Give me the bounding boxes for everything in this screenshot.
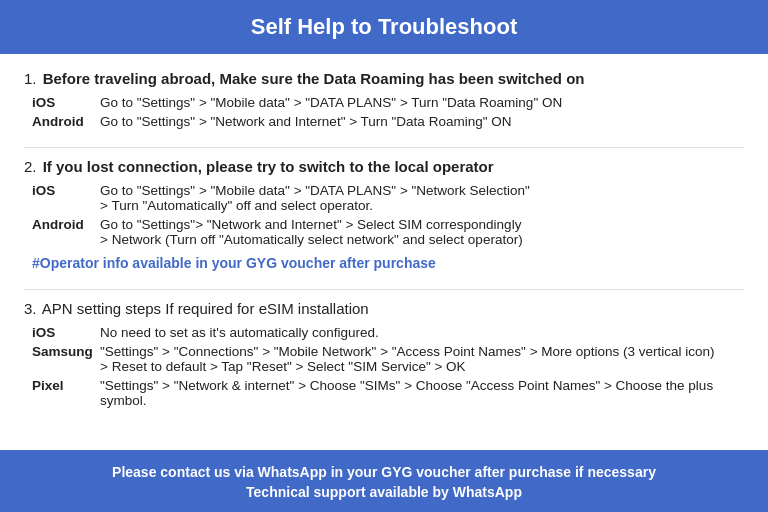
main-content: 1. Before traveling abroad, Make sure th… xyxy=(0,54,768,442)
highlight-link: #Operator info available in your GYG vou… xyxy=(24,255,744,271)
ios-label: iOS xyxy=(32,95,100,110)
section-2-title: 2. If you lost connection, please try to… xyxy=(24,158,744,175)
android-label: Android xyxy=(32,114,100,129)
section-3-title: 3. APN setting steps If required for eSI… xyxy=(24,300,744,317)
pixel-text: "Settings" > "Network & internet" > Choo… xyxy=(100,378,744,408)
section-1: 1. Before traveling abroad, Make sure th… xyxy=(24,70,744,129)
page-title: Self Help to Troubleshoot xyxy=(20,14,748,40)
ios-label-3: iOS xyxy=(32,325,100,340)
section-2: 2. If you lost connection, please try to… xyxy=(24,158,744,271)
footer-line-2: Technical support available by WhatsApp xyxy=(20,484,748,500)
android-text-2: Go to "Settings"> "Network and Internet"… xyxy=(100,217,744,247)
section-1-android-row: Android Go to "Settings" > "Network and … xyxy=(24,114,744,129)
android-label-2: Android xyxy=(32,217,100,232)
samsung-label: Samsung xyxy=(32,344,100,359)
section-3-samsung-row: Samsung "Settings" > "Connections" > "Mo… xyxy=(24,344,744,374)
section-3-ios-row: iOS No need to set as it's automatically… xyxy=(24,325,744,340)
divider-2 xyxy=(24,289,744,290)
section-1-title: 1. Before traveling abroad, Make sure th… xyxy=(24,70,744,87)
ios-text-2: Go to "Settings" > "Mobile data" > "DATA… xyxy=(100,183,744,213)
ios-text-3: No need to set as it's automatically con… xyxy=(100,325,744,340)
ios-label-2: iOS xyxy=(32,183,100,198)
ios-text: Go to "Settings" > "Mobile data" > "DATA… xyxy=(100,95,744,110)
section-2-ios-row: iOS Go to "Settings" > "Mobile data" > "… xyxy=(24,183,744,213)
section-3-pixel-row: Pixel "Settings" > "Network & internet" … xyxy=(24,378,744,408)
section-1-ios-row: iOS Go to "Settings" > "Mobile data" > "… xyxy=(24,95,744,110)
page-footer: Please contact us via WhatsApp in your G… xyxy=(0,450,768,512)
samsung-text: "Settings" > "Connections" > "Mobile Net… xyxy=(100,344,744,374)
android-text: Go to "Settings" > "Network and Internet… xyxy=(100,114,744,129)
pixel-label: Pixel xyxy=(32,378,100,393)
section-3: 3. APN setting steps If required for eSI… xyxy=(24,300,744,408)
page-header: Self Help to Troubleshoot xyxy=(0,0,768,54)
section-2-android-row: Android Go to "Settings"> "Network and I… xyxy=(24,217,744,247)
divider-1 xyxy=(24,147,744,148)
footer-line-1: Please contact us via WhatsApp in your G… xyxy=(20,464,748,480)
